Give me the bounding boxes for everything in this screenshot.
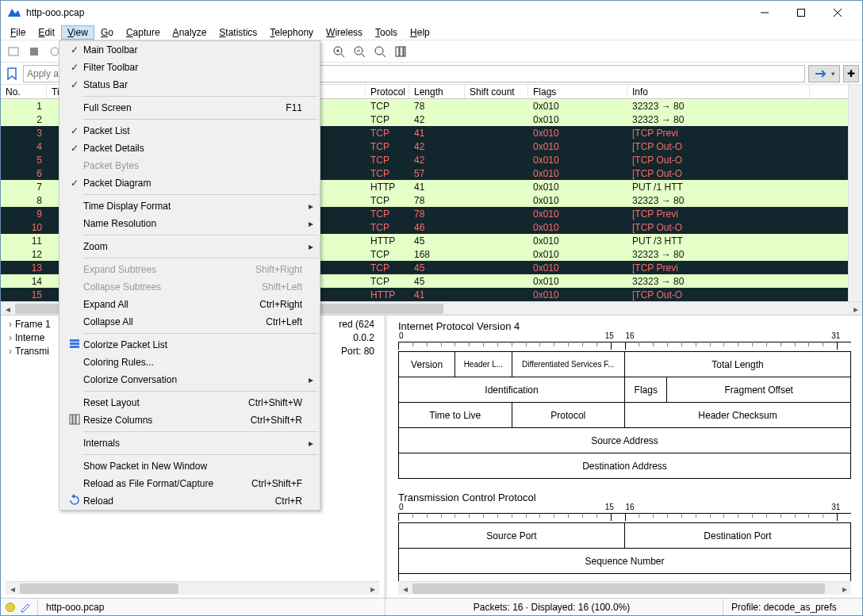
menu-capture[interactable]: Capture (120, 25, 167, 40)
menu-item[interactable]: Zoom▸ (59, 238, 320, 255)
diagram-field[interactable]: Protocol (512, 403, 625, 428)
add-filter-button[interactable]: ✚ (843, 65, 859, 82)
expand-icon[interactable]: › (6, 346, 15, 357)
menu-item[interactable]: Expand AllCtrl+Right (59, 296, 320, 313)
ipv4-diagram-table: VersionHeader L...Differentiated Service… (398, 351, 851, 479)
menu-analyze[interactable]: Analyze (167, 25, 213, 40)
menu-item-label: Expand Subtrees (83, 264, 255, 275)
menu-tools[interactable]: Tools (369, 25, 404, 40)
scroll-right-icon[interactable]: ▸ (838, 582, 851, 595)
diagram-field[interactable]: Flags (625, 377, 667, 403)
scroll-thumb[interactable] (412, 583, 825, 594)
close-button[interactable] (819, 1, 856, 25)
menu-item[interactable]: Resize ColumnsCtrl+Shift+R (59, 411, 320, 429)
zoom-reset-icon[interactable] (370, 42, 389, 61)
menu-item[interactable]: ✓Filter Toolbar (59, 59, 320, 76)
diagram-field[interactable]: Source Port (399, 523, 625, 549)
menu-item[interactable]: Full ScreenF11 (59, 99, 320, 117)
filter-go-button[interactable]: ▾ (808, 65, 840, 82)
menu-view[interactable]: View (61, 25, 94, 40)
zoom-out-icon[interactable] (350, 42, 369, 61)
diagram-field[interactable]: Sequence Number (399, 549, 851, 574)
diagram-field[interactable]: Time to Live (399, 403, 512, 428)
menu-item[interactable]: ✓Packet List (59, 122, 320, 140)
column-header[interactable]: Length (409, 85, 465, 98)
menu-statistics[interactable]: Statistics (213, 25, 263, 40)
menu-item-shortcut: Shift+Left (262, 281, 302, 293)
menu-item[interactable]: ReloadCtrl+R (59, 492, 320, 510)
packet-diagram-pane[interactable]: Internet Protocol Version 4 0151631 Vers… (387, 316, 862, 598)
edit-capture-comment-icon[interactable] (20, 601, 33, 614)
menu-item[interactable]: Colorize Packet List (59, 336, 320, 354)
diagram-field[interactable]: Differentiated Services F... (512, 352, 625, 377)
menu-file[interactable]: File (4, 25, 32, 40)
scroll-left-icon[interactable]: ◂ (1, 302, 14, 316)
column-header[interactable]: Info (627, 85, 810, 98)
menu-wireless[interactable]: Wireless (320, 25, 369, 40)
scroll-right-icon[interactable]: ▸ (366, 582, 379, 595)
menu-item[interactable]: Reset LayoutCtrl+Shift+W (59, 394, 320, 411)
toolbar-btn[interactable] (4, 42, 23, 61)
svg-rect-24 (76, 415, 79, 424)
minimize-button[interactable] (746, 1, 783, 25)
expand-icon[interactable]: › (6, 319, 15, 330)
submenu-arrow-icon: ▸ (302, 438, 313, 449)
scroll-left-icon[interactable]: ◂ (398, 582, 412, 595)
menu-item[interactable]: Time Display Format▸ (59, 197, 320, 215)
window-title: http-ooo.pcap (26, 7, 746, 18)
diagram-field[interactable]: Fragment Offset (667, 377, 851, 403)
diagram-field[interactable]: Total Length (625, 352, 851, 377)
menu-item[interactable]: Colorize Conversation▸ (59, 371, 320, 388)
menu-item[interactable]: ✓Packet Details (59, 140, 320, 157)
maximize-button[interactable] (783, 1, 819, 25)
tree-horizontal-scrollbar[interactable]: ◂ ▸ (6, 581, 379, 595)
menu-edit[interactable]: Edit (32, 25, 61, 40)
menu-item[interactable]: Coloring Rules... (59, 354, 320, 371)
submenu-arrow-icon: ▸ (302, 218, 313, 229)
column-header[interactable]: Shift count (465, 85, 528, 98)
scroll-left-icon[interactable]: ◂ (6, 582, 19, 595)
menu-item[interactable]: Show Packet in New Window (59, 457, 320, 475)
expert-info-icon[interactable] (6, 603, 15, 612)
diagram-field[interactable]: Source Address (399, 428, 851, 453)
tree-item[interactable]: Interne (15, 332, 44, 343)
diagram-horizontal-scrollbar[interactable]: ◂ ▸ (398, 581, 851, 595)
vertical-scrollbar[interactable] (848, 85, 862, 301)
tree-item[interactable]: Frame 1 (15, 319, 51, 330)
svg-rect-22 (70, 415, 72, 424)
resize-columns-icon[interactable] (391, 42, 410, 61)
scroll-thumb[interactable] (20, 583, 178, 594)
column-header[interactable]: Flags (528, 85, 627, 98)
status-profile[interactable]: Profile: decode_as_prefs (723, 599, 857, 615)
menu-item[interactable]: ✓Packet Diagram (59, 174, 320, 192)
svg-rect-16 (396, 47, 399, 56)
menu-help[interactable]: Help (404, 25, 436, 40)
menu-telephony[interactable]: Telephony (263, 25, 320, 40)
diagram-field[interactable]: Destination Port (625, 523, 851, 549)
zoom-in-icon[interactable] (329, 42, 348, 61)
column-header[interactable]: Protocol (366, 85, 409, 98)
menu-item[interactable]: Collapse AllCtrl+Left (59, 313, 320, 331)
menu-item-label: Resize Columns (83, 415, 251, 426)
menu-item[interactable]: Name Resolution▸ (59, 215, 320, 232)
check-icon: ✓ (66, 143, 83, 154)
diagram-field[interactable]: Header Checksum (625, 403, 851, 428)
menu-item-label: Colorize Conversation (83, 374, 302, 385)
svg-line-15 (382, 54, 385, 57)
diagram-field[interactable]: Identification (399, 377, 625, 403)
menu-go[interactable]: Go (94, 25, 120, 40)
menu-item[interactable]: ✓Status Bar (59, 76, 320, 94)
diagram-field[interactable]: Destination Address (399, 453, 851, 479)
diagram-field[interactable]: Acknowledgment Number (399, 574, 851, 582)
column-header[interactable]: No. (1, 85, 47, 98)
tree-item[interactable]: Transmi (15, 346, 49, 357)
diagram-field[interactable]: Version (399, 352, 455, 377)
menu-item[interactable]: Reload as File Format/CaptureCtrl+Shift+… (59, 475, 320, 492)
diagram-field[interactable]: Header L... (455, 352, 512, 377)
toolbar-btn[interactable] (25, 42, 44, 61)
scroll-right-icon[interactable]: ▸ (849, 302, 862, 316)
bookmark-icon[interactable] (4, 66, 20, 82)
menu-item[interactable]: ✓Main Toolbar (59, 41, 320, 59)
menu-item[interactable]: Internals▸ (59, 434, 320, 452)
expand-icon[interactable]: › (6, 332, 15, 343)
